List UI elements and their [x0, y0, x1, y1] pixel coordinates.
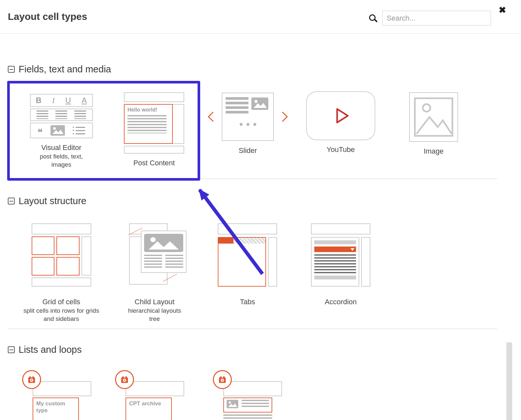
align-center-icon [55, 111, 67, 119]
cell-slider[interactable]: Slider [205, 92, 291, 155]
search-icon [369, 14, 376, 21]
section-title: Fields, text and media [19, 64, 111, 75]
grid-of-cells-icon [32, 223, 91, 287]
section-header-structure[interactable]: Layout structure [8, 196, 86, 206]
cell-image[interactable]: Image [401, 92, 466, 156]
section-title: Layout structure [19, 196, 86, 206]
loop-preview-text: My custom type [36, 400, 75, 414]
image-thumbnail-icon [51, 125, 65, 136]
loop-preview-box: CPT archive [126, 398, 172, 420]
sidebar-column [82, 236, 91, 276]
cell-label: Slider [239, 146, 257, 155]
section-header-lists[interactable]: Lists and loops [8, 344, 82, 355]
slider-dots-icon [226, 121, 270, 127]
modal-title: Layout cell types [8, 11, 87, 22]
sidebar-column [361, 237, 370, 287]
section-title: Lists and loops [19, 344, 82, 355]
header-bar [311, 223, 370, 234]
header-bar [223, 381, 282, 396]
header-bar [126, 381, 184, 396]
cell-custom-type-loop[interactable]: My custom type [22, 370, 94, 420]
youtube-icon [306, 91, 375, 140]
section-header-fields[interactable]: Fields, text and media [8, 64, 111, 75]
content-box: Hello world! [124, 104, 173, 144]
collapsed-row [314, 276, 356, 279]
slide-frame [222, 93, 274, 141]
cell-label: Grid of cells [42, 298, 80, 306]
text-lines [226, 97, 248, 114]
play-icon [328, 103, 353, 128]
cell-visual-editor[interactable]: B I U A ❝ Visual Editor post fields, tex… [20, 94, 103, 169]
search-input[interactable] [382, 11, 491, 25]
loop-preview-text: CPT archive [129, 400, 168, 407]
cell-youtube[interactable]: YouTube [303, 91, 378, 154]
cell-grid-of-cells[interactable]: Grid of cells split cells into rows for … [20, 223, 103, 323]
child-card [141, 231, 186, 273]
text-toolbar: B I U A [30, 94, 93, 107]
align-right-icon [74, 111, 86, 119]
italic-icon: I [52, 96, 55, 105]
cell-subtitle: split cells into rows for grids and side… [23, 307, 100, 323]
collapse-icon[interactable] [8, 66, 15, 73]
grid-cells [32, 236, 80, 276]
slider-icon [209, 92, 286, 141]
text-color-icon: A [82, 96, 87, 105]
media-toolbar: ❝ [30, 123, 93, 138]
cell-subtitle: post fields, text, images [34, 153, 89, 169]
cell-tabs[interactable]: Tabs [215, 223, 280, 306]
cell-label: Post Content [133, 159, 175, 167]
scrollbar[interactable] [506, 342, 512, 420]
text-lines [223, 414, 272, 420]
section-divider [8, 329, 497, 329]
loop-preview-box: My custom type [33, 398, 79, 420]
cell-accordion[interactable]: Accordion [308, 223, 373, 306]
cell-child-layout[interactable]: Child Layout hierarchical layouts tree [117, 223, 192, 323]
collapse-icon[interactable] [8, 346, 15, 353]
accordion-icon [311, 223, 370, 287]
align-left-icon [37, 111, 48, 119]
visual-editor-icon: B I U A ❝ [30, 94, 93, 138]
sidebar-column [171, 104, 184, 144]
child-layout-icon [122, 223, 187, 289]
footer-bar [32, 278, 91, 287]
cell-post-content[interactable]: Hello world! Post Content [116, 92, 192, 167]
tab-strip [218, 238, 265, 244]
image-placeholder-icon [413, 96, 454, 138]
image-icon [409, 92, 458, 142]
section-divider [8, 179, 497, 179]
image-thumbnail-icon [144, 234, 183, 252]
footer-bar [124, 146, 184, 154]
header-bar [218, 223, 277, 234]
post-content-icon: Hello world! [124, 92, 184, 154]
tab-panel [218, 237, 266, 287]
cell-label: Visual Editor [41, 143, 81, 152]
modal-header: Layout cell types ✖ [0, 0, 521, 34]
expanded-row [314, 247, 356, 252]
bold-icon: B [36, 96, 41, 105]
active-tab [218, 238, 233, 244]
header-bar [32, 223, 91, 234]
text-lines [314, 254, 356, 273]
loop-preview-box [223, 398, 272, 412]
cell-label: Tabs [240, 298, 255, 306]
view-loop-icon [213, 370, 232, 389]
cell-label: YouTube [327, 145, 355, 154]
collapse-icon[interactable] [8, 198, 15, 204]
chevron-left-icon [208, 112, 218, 122]
align-toolbar [30, 109, 93, 121]
cell-post-list-loop[interactable] [213, 370, 285, 420]
cell-subtitle: hierarchical layouts tree [124, 307, 186, 323]
cell-cpt-archive-loop[interactable]: CPT archive [115, 370, 187, 420]
hello-world-text: Hello world! [127, 107, 169, 113]
accordion-panel [311, 237, 359, 287]
view-loop-icon [22, 370, 41, 389]
close-icon[interactable]: ✖ [499, 6, 506, 15]
blockquote-icon: ❝ [37, 128, 43, 137]
tabs-icon [218, 223, 277, 287]
header-bar [124, 92, 184, 102]
cell-label: Child Layout [135, 298, 174, 306]
inactive-tabs [233, 238, 265, 244]
cell-label: Image [424, 147, 443, 156]
sidebar-column [268, 237, 277, 287]
header-bar [33, 381, 91, 396]
